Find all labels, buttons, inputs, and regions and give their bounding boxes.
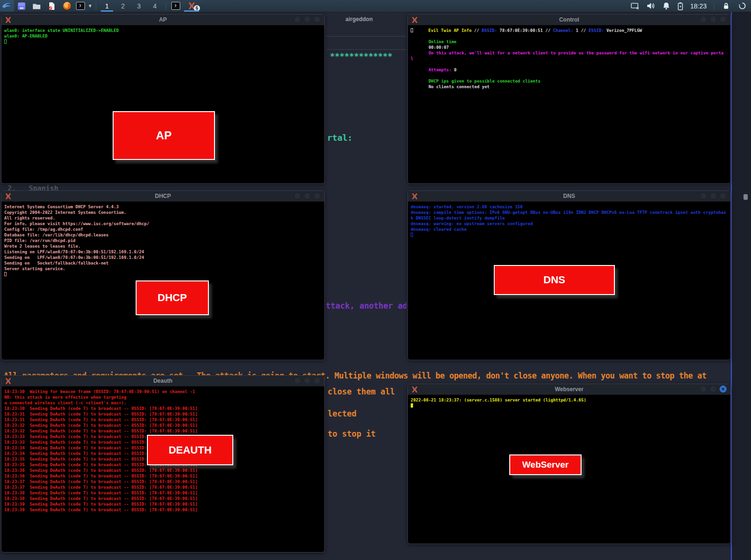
window-title: AP [1,16,324,23]
notifications-tray-button[interactable] [659,0,673,12]
terminal-output-dns[interactable]: dnsmasq: started, version 2.86 cachesize… [408,202,730,240]
titlebar-control[interactable]: Control [408,15,730,25]
window-dhcp: DHCP Internet Systems Consortium DHCP Se… [1,190,325,360]
battery-charging-icon [677,2,683,10]
maximize-button[interactable] [304,16,311,23]
window-manager-launcher[interactable] [14,0,29,12]
xterm-icon [5,16,12,23]
terminal-icon: ❯ [76,2,85,10]
titlebar-dhcp[interactable]: DHCP [1,191,324,202]
window-title: Control [408,16,730,23]
xterm-icon [411,193,418,200]
document-blocked-icon [47,2,56,10]
workspace-2-button[interactable]: 2 [115,0,131,12]
airgeddon-scrollbar-track[interactable] [731,12,732,560]
background-lected-text: lected [328,409,356,418]
minimize-button[interactable] [294,16,301,23]
workspace-1-button[interactable]: 1 [99,0,115,12]
close-button[interactable] [314,377,321,384]
panel-separator [96,2,96,10]
airgeddon-window-title: airgeddon [331,16,387,23]
xterm-icon [411,16,418,23]
terminal-window-button[interactable]: ❯ [169,0,182,12]
maximize-button[interactable] [304,377,311,384]
workspace-3-button[interactable]: 3 [131,0,147,12]
display-icon [631,2,639,10]
background-divider [326,36,406,37]
lock-screen-button[interactable] [719,0,733,12]
background-right-strip [732,12,751,560]
window-title: Webserver [408,386,730,393]
top-panel: ❯ ▼ 1 2 3 4 ❯ 6 [0,0,751,12]
xterm-icon [5,378,12,385]
close-button[interactable] [720,16,727,23]
dns-label-box: DNS [494,265,615,295]
close-button[interactable] [720,192,727,199]
panel-separator [166,2,166,10]
bell-icon [662,2,670,10]
file-manager-launcher[interactable] [29,0,44,12]
background-stars-text: ************* [330,52,392,61]
terminal-output-ap[interactable]: wlan0: interface state UNINITIALIZED->EN… [1,25,324,47]
minimize-button[interactable] [700,386,707,393]
terminal-launcher-dropdown[interactable]: ▼ [86,0,93,12]
dhcp-label-box: DHCP [136,280,209,315]
power-icon [738,2,746,10]
close-button[interactable] [314,192,321,199]
window-title: DNS [408,193,730,199]
ap-label-box: AP [113,111,215,160]
terminal-launcher[interactable]: ❯ [74,0,86,12]
chevron-down-icon: ▼ [88,3,92,8]
window-title: Deauth [1,378,324,384]
volume-tray-button[interactable] [644,0,658,12]
kali-menu-button[interactable] [0,0,14,12]
minimize-button[interactable] [700,16,707,23]
kali-dragon-icon [2,1,12,11]
panel-separator [714,2,714,10]
terminal-output-webserver[interactable]: 2022-08-21 18:23:37: (server.c.1588) ser… [408,395,730,411]
airgeddon-scrollbar-thumb[interactable] [743,194,748,200]
lock-icon [722,2,730,10]
xterm-icon [411,386,418,393]
workspace-4-button[interactable]: 4 [147,0,163,12]
background-portal-text: rtal: [327,133,353,143]
maximize-button[interactable] [710,192,717,199]
terminal-output-dhcp[interactable]: Internet Systems Consortium DHCP Server … [1,202,324,280]
display-settings-tray-button[interactable] [628,0,642,12]
firefox-icon [62,1,71,10]
battery-tray-button[interactable] [674,0,686,12]
speaker-icon [646,2,655,10]
xterm-window-group-button[interactable]: 6 [182,0,201,12]
background-divider [326,49,406,50]
deauth-label-box: DEAUTH [147,435,233,465]
titlebar-dns[interactable]: DNS [408,191,730,202]
minimize-button[interactable] [294,192,301,199]
workspace-label: 3 [137,2,141,10]
system-tray: 18:23 [628,0,749,12]
maximize-button[interactable] [710,16,717,23]
terminal-output-control[interactable]: Evil Twin AP Info // BSSID: 78:67:0E:39:… [408,25,730,92]
minimize-button[interactable] [294,377,301,384]
workspace-label: 2 [121,2,125,10]
webserver-label-box: WebServer [509,454,582,475]
maximize-button[interactable] [710,386,717,393]
titlebar-webserver[interactable]: Webserver ✕ [408,384,730,395]
clock[interactable]: 18:23 [688,0,709,12]
xterm-icon [5,193,12,200]
window-app-icon [17,2,26,10]
workspace-label: 1 [105,2,109,10]
close-button[interactable]: ✕ [720,386,727,393]
background-close-text: close them all [328,387,395,396]
window-count-badge: 6 [194,5,200,11]
firefox-launcher[interactable] [59,0,74,12]
titlebar-deauth[interactable]: Deauth [1,376,324,386]
workspace-label: 4 [153,2,157,10]
titlebar-ap[interactable]: AP [1,15,324,25]
document-viewer-launcher[interactable] [44,0,59,12]
close-button[interactable] [314,16,321,23]
window-control: Control Evil Twin AP Info // BSSID: 78:6… [407,14,731,184]
minimize-button[interactable] [700,192,707,199]
logout-button[interactable] [735,0,749,12]
maximize-button[interactable] [304,192,311,199]
folder-icon [32,2,41,10]
